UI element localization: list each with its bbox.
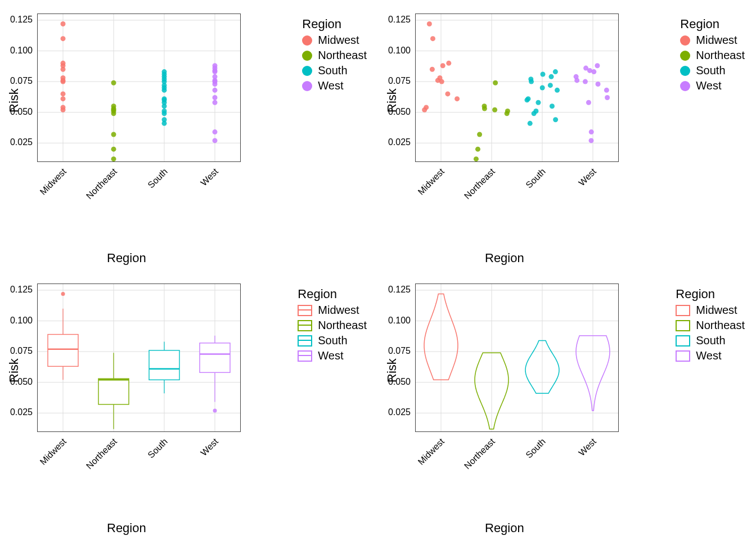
svg-point-70: [454, 96, 460, 101]
legend-swatch: [298, 320, 312, 331]
svg-point-117: [595, 63, 600, 68]
svg-point-75: [430, 67, 435, 72]
plot-area: [415, 14, 619, 162]
svg-point-102: [549, 74, 554, 79]
legend-item: West: [298, 349, 367, 362]
svg-point-78: [430, 36, 435, 41]
legend-swatch: [298, 305, 312, 316]
legend-title: Region: [298, 287, 367, 302]
svg-point-12: [61, 91, 66, 96]
x-tick-label: South: [163, 436, 170, 444]
legend-label: Northeast: [696, 49, 745, 62]
legend-item: Northeast: [298, 319, 367, 332]
panel-violin: Risk Region MidwestNortheastSouthWest 0.…: [378, 270, 756, 540]
x-tick-label: West: [213, 436, 220, 444]
x-axis-title: Region: [107, 251, 146, 266]
y-tick-label: 0.050: [388, 377, 411, 387]
svg-point-79: [427, 21, 432, 26]
legend-label: South: [318, 334, 347, 347]
svg-point-111: [583, 79, 588, 84]
svg-point-47: [213, 129, 218, 134]
x-tick-label: Northeast: [112, 166, 119, 174]
svg-point-106: [589, 129, 594, 134]
svg-point-11: [61, 96, 66, 101]
svg-point-54: [213, 74, 218, 79]
svg-point-110: [596, 82, 601, 87]
legend-label: West: [318, 79, 343, 92]
legend-item: Northeast: [676, 319, 745, 332]
y-tick-label: 0.075: [388, 76, 411, 86]
box-plot-svg: [38, 284, 240, 431]
x-axis-title: Region: [107, 521, 146, 536]
svg-point-104: [553, 69, 558, 74]
svg-point-89: [528, 121, 533, 126]
svg-point-108: [605, 95, 610, 100]
svg-point-33: [162, 109, 167, 114]
svg-point-50: [213, 88, 218, 93]
y-tick-label: 0.025: [388, 407, 411, 417]
y-tick-label: 0.075: [10, 76, 33, 86]
strip-plot-svg: [38, 14, 240, 161]
x-axis-title: Region: [485, 521, 524, 536]
svg-point-116: [583, 66, 588, 71]
legend-swatch: [680, 81, 690, 91]
y-tick-label: 0.025: [10, 137, 33, 147]
x-tick-label: West: [591, 436, 598, 444]
legend-swatch: [676, 320, 690, 331]
legend-title: Region: [680, 17, 745, 32]
legend-item: South: [676, 334, 745, 347]
legend-label: West: [696, 349, 721, 362]
legend-item: South: [302, 64, 367, 77]
svg-point-113: [574, 74, 579, 79]
legend-label: Northeast: [318, 319, 367, 332]
svg-point-98: [540, 86, 545, 91]
legend-label: Northeast: [318, 49, 367, 62]
x-tick-label: Northeast: [490, 166, 497, 174]
svg-point-77: [446, 61, 451, 66]
y-tick-label: 0.125: [388, 15, 411, 25]
svg-point-71: [445, 91, 450, 96]
y-tick-labels: 0.0250.0500.0750.1000.125: [378, 284, 413, 431]
svg-point-87: [482, 104, 487, 109]
svg-point-107: [586, 100, 591, 105]
svg-rect-134: [98, 379, 129, 404]
y-tick-label: 0.075: [388, 346, 411, 356]
svg-point-80: [474, 156, 479, 161]
svg-point-144: [213, 408, 217, 412]
legend-label: South: [318, 64, 347, 77]
y-tick-label: 0.050: [10, 107, 33, 117]
legend-label: Midwest: [696, 304, 737, 317]
svg-point-105: [589, 138, 594, 143]
x-categories: MidwestNortheastSouthWest: [37, 434, 240, 485]
legend-item: Northeast: [302, 49, 367, 62]
legend-swatch: [680, 66, 690, 76]
y-tick-label: 0.100: [10, 316, 33, 326]
y-tick-label: 0.125: [10, 285, 33, 295]
svg-point-31: [162, 117, 167, 122]
svg-point-48: [213, 100, 218, 105]
y-tick-labels: 0.0250.0500.0750.1000.125: [0, 14, 35, 161]
legend-label: South: [696, 334, 725, 347]
svg-point-90: [553, 117, 558, 122]
y-tick-labels: 0.0250.0500.0750.1000.125: [378, 14, 413, 161]
x-tick-label: Northeast: [112, 436, 119, 444]
svg-point-10: [61, 105, 66, 110]
legend-item: West: [680, 79, 745, 92]
x-categories: MidwestNortheastSouthWest: [415, 434, 618, 485]
svg-point-93: [550, 104, 555, 109]
panel-box: Risk Region MidwestNortheastSouthWest 0.…: [0, 270, 378, 540]
plot-area: [37, 14, 241, 162]
legend-label: Northeast: [696, 319, 745, 332]
x-tick-label: Midwest: [61, 166, 69, 174]
svg-point-15: [61, 75, 66, 80]
legend-item: Midwest: [302, 34, 367, 47]
svg-point-81: [475, 147, 480, 152]
svg-point-82: [477, 132, 482, 137]
svg-point-74: [437, 75, 442, 80]
legend-label: Midwest: [318, 304, 359, 317]
svg-rect-142: [200, 343, 230, 372]
x-tick-label: West: [213, 166, 220, 174]
y-tick-label: 0.100: [388, 316, 411, 326]
y-tick-label: 0.025: [10, 407, 33, 417]
violin-plot-svg: [416, 284, 618, 431]
